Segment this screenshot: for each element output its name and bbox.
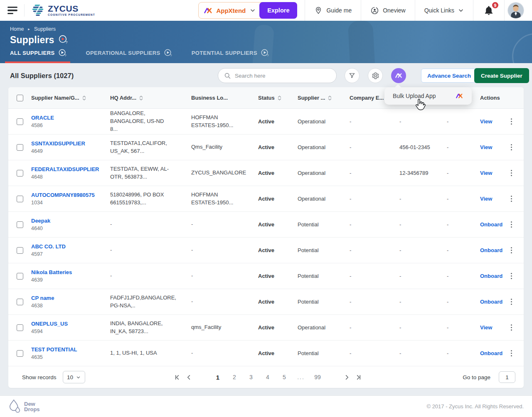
row-action-onboard-link[interactable]: Onboard bbox=[480, 247, 502, 253]
page-4[interactable]: 4 bbox=[259, 374, 276, 381]
row-checkbox[interactable] bbox=[17, 247, 23, 254]
hamburger-menu-icon[interactable] bbox=[7, 7, 17, 15]
row-menu-kebab[interactable] bbox=[508, 245, 515, 255]
appxtend-logo-icon bbox=[456, 93, 463, 99]
sort-icon[interactable] bbox=[139, 95, 143, 101]
guide-me-button[interactable]: Guide me bbox=[305, 6, 361, 15]
row-action-onboard-link[interactable]: Onboard bbox=[480, 350, 502, 356]
row-checkbox[interactable] bbox=[17, 273, 23, 280]
user-avatar[interactable] bbox=[508, 2, 524, 18]
last-page-button[interactable] bbox=[352, 371, 364, 383]
supplier-name-link[interactable]: AUTOCOMPANY8980575 bbox=[31, 192, 100, 198]
page-1[interactable]: 1 bbox=[209, 374, 226, 381]
svg-text:?: ? bbox=[170, 54, 172, 57]
supplier-name-link[interactable]: Nikola Batteries bbox=[31, 269, 100, 275]
filter-button[interactable] bbox=[345, 68, 360, 83]
bulk-upload-popover[interactable]: Bulk Upload App bbox=[384, 87, 472, 105]
page-5[interactable]: 5 bbox=[276, 374, 293, 381]
page-3[interactable]: 3 bbox=[243, 374, 259, 381]
row-menu-kebab[interactable] bbox=[508, 348, 515, 358]
column-header-supplier-name-g[interactable]: Supplier Name/G... bbox=[31, 95, 110, 101]
column-header-status[interactable]: Status bbox=[258, 95, 298, 101]
business-location-cell: - bbox=[191, 349, 258, 357]
supplier-name-link[interactable]: CP name bbox=[31, 295, 100, 301]
first-page-button[interactable] bbox=[171, 371, 183, 383]
status-cell: Active bbox=[258, 221, 298, 228]
page-2[interactable]: 2 bbox=[226, 374, 243, 381]
supplier-name-link[interactable]: ORACLE bbox=[31, 115, 100, 121]
row-checkbox[interactable] bbox=[17, 196, 23, 202]
row-action-view-link[interactable]: View bbox=[480, 324, 492, 331]
row-menu-kebab[interactable] bbox=[508, 271, 515, 281]
supplier-name-link[interactable]: SSNTAXIDSUPPLIER bbox=[31, 140, 100, 147]
row-action-view-link[interactable]: View bbox=[480, 196, 492, 202]
row-menu-kebab[interactable] bbox=[508, 323, 515, 333]
page-help-play-icon[interactable]: ? bbox=[58, 34, 68, 44]
tab-all-suppliers[interactable]: ALL SUPPLIERS ? bbox=[10, 49, 67, 63]
tab-potential-suppliers[interactable]: POTENTIAL SUPPLIERS ? bbox=[192, 49, 269, 63]
row-menu-kebab[interactable] bbox=[508, 168, 515, 178]
row-action-onboard-link[interactable]: Onboard bbox=[480, 221, 502, 228]
pagination-bar: Show records 10 12345...99 bbox=[8, 366, 524, 388]
row-menu-kebab[interactable] bbox=[508, 117, 515, 127]
column-header-hq-addr[interactable]: HQ Addr... bbox=[110, 95, 191, 101]
sort-icon[interactable] bbox=[278, 95, 281, 101]
column-label: Business Lo... bbox=[191, 95, 228, 101]
sort-icon[interactable] bbox=[82, 95, 86, 101]
row-menu-kebab[interactable] bbox=[508, 194, 515, 204]
column-label: Supplier Name/G... bbox=[31, 95, 79, 101]
column-header-supplier[interactable]: Supplier ... bbox=[298, 95, 350, 101]
breadcrumb-home[interactable]: Home bbox=[10, 26, 24, 32]
oneview-button[interactable]: Oneview bbox=[361, 6, 414, 15]
supplier-name-link[interactable]: ABC CO. LTD bbox=[31, 243, 100, 250]
supplier-name-link[interactable]: Deepak bbox=[31, 218, 100, 224]
column-label: Supplier ... bbox=[298, 95, 325, 101]
row-checkbox[interactable] bbox=[17, 118, 23, 125]
appxtend-apps-button[interactable] bbox=[391, 68, 406, 83]
row-menu-kebab[interactable] bbox=[508, 297, 515, 307]
advance-search-button[interactable]: Advance Search bbox=[421, 69, 477, 83]
sort-icon[interactable] bbox=[328, 95, 332, 101]
supplier-name-link[interactable]: TEST POTENTIAL bbox=[31, 346, 100, 353]
tab-operational-suppliers[interactable]: OPERATIONAL SUPPLIERS ? bbox=[86, 49, 172, 63]
row-action-view-link[interactable]: View bbox=[480, 170, 492, 176]
supplier-id: 4586 bbox=[31, 123, 100, 128]
prev-page-button[interactable] bbox=[183, 371, 195, 383]
row-checkbox[interactable] bbox=[17, 221, 23, 228]
row-action-onboard-link[interactable]: Onboard bbox=[480, 273, 502, 279]
row-checkbox[interactable] bbox=[17, 170, 23, 177]
row-action-view-link[interactable]: View bbox=[480, 144, 492, 150]
select-all-checkbox[interactable] bbox=[17, 95, 23, 101]
extra-cell: - bbox=[447, 144, 480, 150]
table-row: ORACLE4586BANGALORE, BANGALORE, US-ND 8.… bbox=[8, 109, 524, 135]
search-input[interactable] bbox=[235, 73, 330, 79]
goto-page-input[interactable] bbox=[499, 371, 515, 383]
page-size-select[interactable]: 10 bbox=[63, 371, 85, 383]
page-title: Suppliers bbox=[10, 34, 54, 46]
row-checkbox[interactable] bbox=[17, 350, 23, 357]
next-page-button[interactable] bbox=[341, 371, 352, 383]
row-menu-kebab[interactable] bbox=[508, 142, 515, 152]
row-checkbox[interactable] bbox=[17, 144, 23, 151]
supplier-type-cell: Potential bbox=[298, 247, 350, 253]
table-row: Deepak4640--ActivePotential---Onboard bbox=[8, 212, 524, 238]
notifications-button[interactable]: 9 bbox=[473, 5, 504, 16]
page-99[interactable]: 99 bbox=[309, 374, 326, 381]
supplier-name-link[interactable]: ONEPLUS_US bbox=[31, 321, 100, 327]
row-action-onboard-link[interactable]: Onboard bbox=[480, 299, 502, 305]
supplier-type-cell: Potential bbox=[298, 221, 350, 228]
tax-id-cell: 456-01-2345 bbox=[399, 144, 447, 150]
row-menu-kebab[interactable] bbox=[508, 220, 515, 230]
row-action-view-link[interactable]: View bbox=[480, 118, 492, 125]
row-checkbox[interactable] bbox=[17, 299, 23, 305]
zycus-logo[interactable]: ZYCUS COGNITIVE PROCUREMENT bbox=[31, 4, 95, 17]
explore-button[interactable]: Explore bbox=[259, 2, 297, 19]
chevron-down-icon[interactable] bbox=[250, 7, 256, 13]
settings-button[interactable] bbox=[368, 68, 383, 83]
quick-links-button[interactable]: Quick Links bbox=[415, 7, 473, 14]
company-cell: - bbox=[350, 144, 399, 150]
row-checkbox[interactable] bbox=[17, 324, 23, 331]
supplier-name-link[interactable]: FEDERALTAXIDSUPPLIER bbox=[31, 166, 100, 172]
column-header-actions: Actions bbox=[480, 95, 524, 101]
create-supplier-button[interactable]: Create Supplier bbox=[474, 68, 529, 83]
